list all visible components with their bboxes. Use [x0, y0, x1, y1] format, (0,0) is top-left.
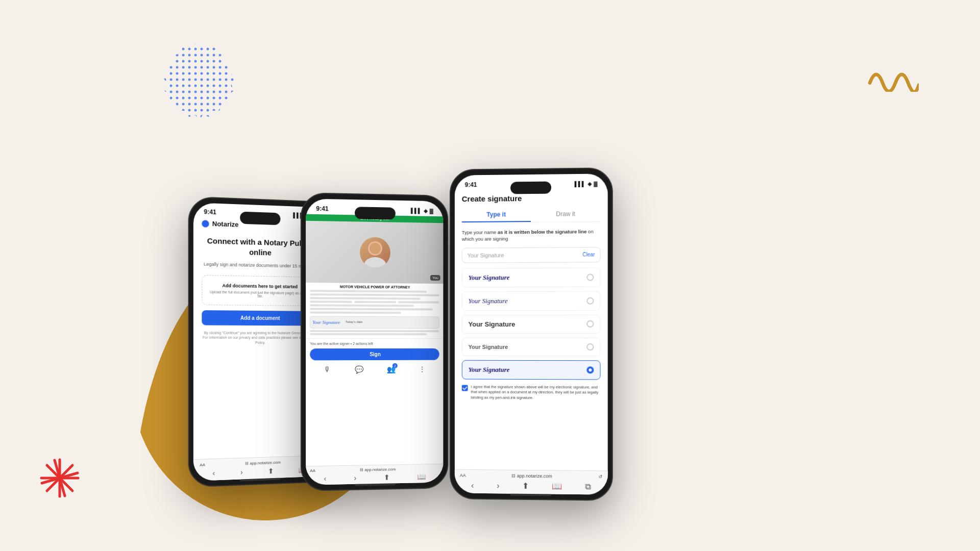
- battery-icon-2: ▓: [430, 208, 433, 213]
- status-time-1: 9:41: [204, 208, 216, 216]
- you-badge: You: [430, 275, 440, 281]
- doc-title: MOTOR VEHICLE POWER OF ATTORNEY: [310, 285, 439, 289]
- phones-container: 9:41 ▌▌▌ ◈ ▓ Notarize Connect with a Not…: [179, 51, 612, 500]
- signature-input-row: Your Signature Clear: [462, 247, 601, 263]
- sig-radio-3[interactable]: [586, 320, 594, 328]
- sunburst-decoration: [38, 457, 82, 500]
- sign-button[interactable]: Sign: [310, 348, 439, 360]
- upload-box-desc: Upload the full document (not just the s…: [208, 290, 312, 298]
- call-controls: 🎙 💬 👥 2 ⋮: [310, 363, 439, 376]
- agreement-checkbox[interactable]: [462, 385, 468, 391]
- sig-option-2[interactable]: Your Signature: [462, 291, 601, 311]
- wifi-icon-2: ◈: [424, 208, 428, 213]
- signature-tabs: Type it Draw it: [462, 207, 601, 223]
- agreement-text: I agree that the signature shown above w…: [471, 384, 601, 401]
- url-3: ⊟ app.notarize.com: [511, 473, 552, 479]
- phone1-footer: By clicking "Continue" you are agreeing …: [202, 330, 317, 345]
- wave-logo-decoration: [868, 61, 919, 92]
- dynamic-island-2: [355, 207, 396, 219]
- back-button-2[interactable]: ‹: [324, 474, 326, 483]
- signer-status: You are the active signer • 2 actions le…: [310, 342, 439, 345]
- signal-icon-3: ▌▌▌: [575, 181, 585, 186]
- forward-button-1[interactable]: ›: [240, 468, 243, 476]
- notarize-dot-logo: [202, 220, 209, 228]
- notarize-brand: Notarize: [212, 220, 239, 229]
- more-icon[interactable]: ⋮: [419, 365, 426, 373]
- upload-box: Add documents here to get started Upload…: [202, 275, 317, 306]
- document-view: MOTOR VEHICLE POWER OF ATTORNEY: [306, 283, 443, 339]
- share-button-3[interactable]: ⬆: [522, 481, 529, 491]
- sig-radio-2[interactable]: [586, 297, 594, 304]
- dynamic-island-3: [510, 182, 551, 194]
- signature-cursive: Your Signature: [312, 319, 340, 327]
- url-2: ⊟ app.notarize.com: [360, 467, 396, 472]
- sig-radio-4[interactable]: [586, 343, 594, 350]
- svg-point-9: [364, 257, 386, 268]
- sig-option-4[interactable]: Your Signature: [462, 338, 601, 356]
- bookmarks-button-2[interactable]: 📖: [417, 472, 426, 481]
- sig-option-5[interactable]: Your Signature: [462, 360, 601, 380]
- text-size-1: AA: [200, 463, 205, 468]
- url-1: ⊟ app.notarize.com: [245, 460, 281, 466]
- agreement-checkbox-row: I agree that the signature shown above w…: [462, 384, 601, 401]
- sig-text-2: Your Signature: [469, 297, 508, 305]
- phone1-headline: Connect with a Notary Public online: [202, 236, 317, 259]
- sig-text-4: Your Signature: [469, 344, 508, 350]
- participants-icon[interactable]: 👥 2: [387, 365, 396, 373]
- share-button-2[interactable]: ⬆: [384, 473, 390, 481]
- browser-bar-2: AA ⊟ app.notarize.com ‹ › ⬆ 📖: [306, 464, 443, 485]
- bookmarks-button-3[interactable]: 📖: [552, 481, 562, 491]
- signature-instruction: Type your name as it is written below th…: [462, 228, 601, 242]
- sig-option-1[interactable]: Your Signature: [462, 267, 601, 287]
- sig-text-3: Your Signature: [469, 320, 516, 328]
- status-time-2: 9:41: [316, 205, 328, 213]
- forward-button-2[interactable]: ›: [354, 474, 357, 482]
- signature-input-placeholder[interactable]: Your Signature: [468, 252, 583, 258]
- back-button-1[interactable]: ‹: [212, 469, 215, 477]
- sig-text-5: Your Signature: [469, 365, 510, 373]
- back-button-3[interactable]: ‹: [471, 481, 474, 490]
- tab-draw-it[interactable]: Draw it: [531, 207, 601, 222]
- dynamic-island-1: [240, 212, 280, 226]
- share-button-1[interactable]: ⬆: [268, 467, 274, 475]
- browser-bar-3: AA ⊟ app.notarize.com ↺ ‹ › ⬆ 📖 ⧉: [455, 469, 608, 495]
- text-size-2: AA: [310, 468, 315, 473]
- tabs-button-3[interactable]: ⧉: [585, 482, 591, 491]
- reload-icon-3[interactable]: ↺: [599, 474, 603, 479]
- clear-button[interactable]: Clear: [582, 252, 595, 257]
- phone-3: 9:41 ▌▌▌ ◈ ▓ Create signature Type it Dr…: [450, 167, 613, 501]
- tab-type-it[interactable]: Type it: [462, 208, 531, 222]
- status-time-3: 9:41: [465, 181, 477, 188]
- phone2-bottom-actions: You are the active signer • 2 actions le…: [306, 338, 443, 379]
- signal-icon-2: ▌▌▌: [411, 208, 422, 213]
- sig-option-3[interactable]: Your Signature: [462, 314, 601, 333]
- sig-radio-1[interactable]: [586, 273, 594, 281]
- chat-icon[interactable]: 💬: [355, 365, 363, 373]
- sig-text-1: Your Signature: [469, 273, 510, 282]
- wifi-icon-3: ◈: [587, 181, 592, 186]
- battery-icon-3: ▓: [594, 181, 597, 186]
- phone-2: 9:41 ▌▌▌ ◈ ▓ Live notary call: [301, 192, 448, 491]
- sig-radio-5[interactable]: [586, 366, 594, 373]
- add-document-button[interactable]: Add a document: [202, 310, 317, 325]
- video-area: You: [306, 221, 443, 284]
- mic-icon[interactable]: 🎙: [324, 366, 331, 374]
- phone1-subtext: Legally sign and notarize documents unde…: [202, 261, 317, 269]
- text-size-3: AA: [460, 473, 466, 478]
- forward-button-3[interactable]: ›: [497, 481, 499, 490]
- upload-box-title: Add documents here to get started: [208, 283, 312, 289]
